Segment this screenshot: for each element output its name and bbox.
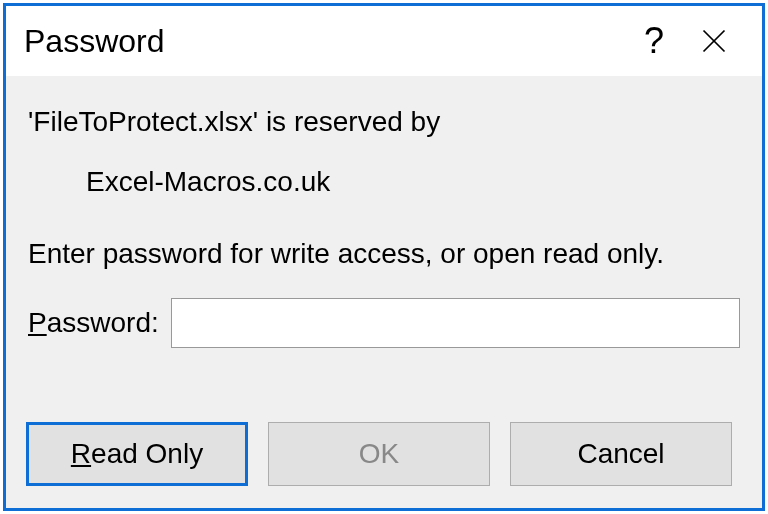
button-row: Read Only OK Cancel [6,400,762,508]
dialog-title: Password [24,23,624,60]
password-label-rest: assword: [47,307,159,338]
reserved-suffix: ' is reserved by [253,106,440,137]
titlebar: Password ? [6,6,762,76]
instruction-text: Enter password for write access, or open… [28,238,740,270]
dialog-content: 'FileToProtect.xlsx' is reserved by Exce… [6,76,762,400]
read-only-hotkey: R [71,438,91,470]
read-only-button[interactable]: Read Only [26,422,248,486]
password-input[interactable] [171,298,740,348]
password-label-hotkey: P [28,307,47,338]
ok-button[interactable]: OK [268,422,490,486]
close-icon[interactable] [684,17,744,65]
password-dialog: Password ? 'FileToProtect.xlsx' is reser… [3,3,765,511]
reserved-by-text: Excel-Macros.co.uk [28,166,740,198]
help-icon[interactable]: ? [624,20,684,62]
password-label: Password: [28,307,159,339]
reserved-text: 'FileToProtect.xlsx' is reserved by [28,106,740,138]
read-only-rest: ead Only [91,438,203,470]
reserved-filename: FileToProtect.xlsx [33,106,252,137]
password-row: Password: [28,298,740,348]
cancel-button[interactable]: Cancel [510,422,732,486]
